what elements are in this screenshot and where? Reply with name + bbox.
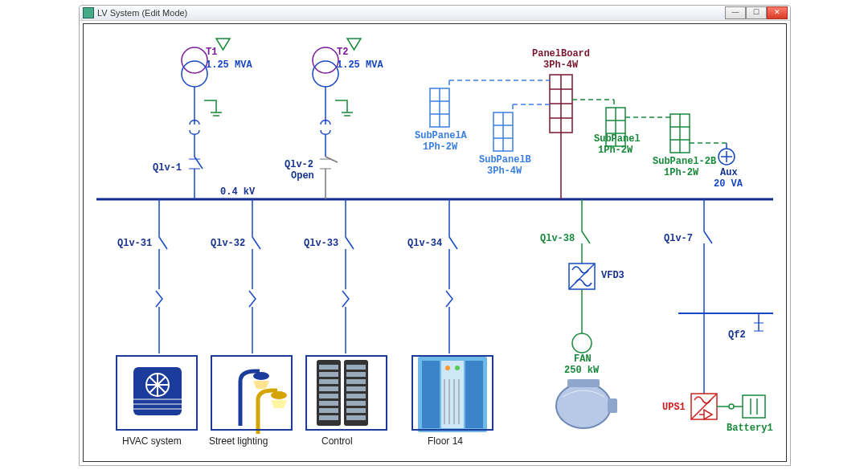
bus-voltage: 0.4 kV <box>220 186 255 198</box>
svg-line-54 <box>346 237 354 249</box>
svg-point-1 <box>182 47 207 73</box>
maximize-button[interactable]: ☐ <box>746 6 767 19</box>
subpanelB-name[interactable]: SubPanelB <box>479 154 531 165</box>
svg-point-78 <box>729 404 734 409</box>
breaker-qlv34[interactable]: Qlv-34 <box>407 238 442 249</box>
svg-rect-114 <box>567 379 600 387</box>
t1-rating: 1.25 MVA <box>206 59 252 71</box>
breaker-qlv1[interactable]: Qlv-1 <box>153 162 182 174</box>
street-label: Street lighting <box>209 435 268 447</box>
vfd-name[interactable]: VFD3 <box>601 270 624 281</box>
floor-label: Floor 14 <box>428 435 463 447</box>
subpanel2B-name[interactable]: SubPanel-2B <box>653 156 716 167</box>
panelboard-name[interactable]: PanelBoard <box>532 48 590 59</box>
breaker-qlv38[interactable]: Qlv-38 <box>540 233 575 244</box>
subpanel2B-type: 1Ph-2W <box>664 167 698 178</box>
svg-line-58 <box>449 237 457 249</box>
control-label: Control <box>321 435 353 447</box>
subpanel1-name[interactable]: SubPanel <box>594 133 641 145</box>
svg-line-68 <box>704 231 712 243</box>
breaker-qlv31[interactable]: Qlv-31 <box>117 238 152 249</box>
svg-rect-75 <box>743 395 765 418</box>
fan-name[interactable]: FAN <box>574 353 592 365</box>
load-street[interactable] <box>211 355 293 431</box>
svg-point-7 <box>313 47 338 73</box>
svg-line-5 <box>194 157 203 169</box>
svg-point-2 <box>182 61 207 87</box>
breaker-qlv7[interactable]: Qlv-7 <box>664 233 693 244</box>
aux-rating: 20 VA <box>714 178 743 190</box>
breaker-qlv2[interactable]: Qlv-2 <box>285 159 313 170</box>
svg-point-111 <box>556 383 611 428</box>
battery-name[interactable]: Battery1 <box>727 423 773 434</box>
motor-icon <box>556 379 617 428</box>
panelboard-type: 3Ph-4W <box>543 59 578 71</box>
t2-rating: 1.25 MVA <box>337 59 383 71</box>
window-title: LV System (Edit Mode) <box>97 8 187 18</box>
titlebar: LV System (Edit Mode) — ☐ ✕ <box>80 6 790 21</box>
svg-point-66 <box>572 333 592 353</box>
subpanel1-type: 1Ph-2W <box>598 145 633 156</box>
subpanelA-type: 1Ph-2W <box>423 141 457 153</box>
svg-line-50 <box>252 237 260 249</box>
close-button[interactable]: ✕ <box>767 6 788 19</box>
aux-name[interactable]: Aux <box>720 167 738 178</box>
minimize-button[interactable]: — <box>725 6 746 19</box>
hvac-label: HVAC system <box>122 435 182 447</box>
app-window: LV System (Edit Mode) — ☐ ✕ <box>79 5 791 466</box>
svg-line-46 <box>159 237 167 249</box>
breaker-qf2[interactable]: Qf2 <box>728 329 746 341</box>
svg-rect-113 <box>608 398 617 413</box>
svg-point-8 <box>313 61 338 87</box>
subpanelB-type: 3Ph-4W <box>487 165 522 177</box>
load-hvac[interactable] <box>116 355 198 431</box>
breaker-qlv33[interactable]: Qlv-33 <box>304 238 338 249</box>
t1-name[interactable]: T1 <box>206 47 217 58</box>
breaker-qlv32[interactable]: Qlv-32 <box>211 238 245 249</box>
fan-rating: 250 kW <box>564 365 599 376</box>
t2-name[interactable]: T2 <box>337 47 348 58</box>
ups-name[interactable]: UPS1 <box>662 402 686 413</box>
load-control[interactable] <box>305 355 387 431</box>
diagram-canvas[interactable]: T1 1.25 MVA T2 1.25 MVA Qlv-1 Qlv-2 Open… <box>83 23 787 462</box>
breaker-qlv2-state: Open <box>291 170 314 182</box>
svg-line-62 <box>582 231 590 243</box>
load-floor14[interactable] <box>411 355 493 431</box>
subpanelA-name[interactable]: SubPanelA <box>415 130 467 141</box>
app-icon <box>83 7 94 18</box>
